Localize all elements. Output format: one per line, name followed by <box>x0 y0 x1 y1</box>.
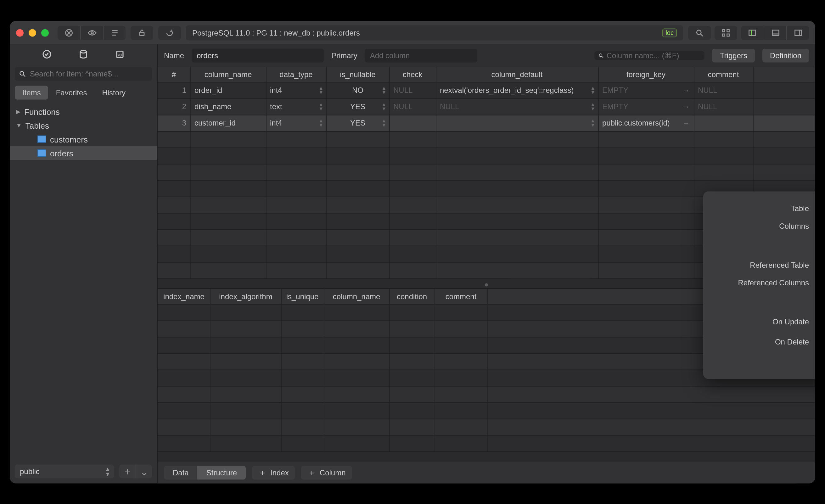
cancel-icon[interactable] <box>58 25 80 39</box>
primary-label: Primary <box>331 51 358 60</box>
add-column-button[interactable]: ＋Column <box>301 465 352 479</box>
svg-rect-2 <box>140 32 144 35</box>
svg-text:SQL: SQL <box>117 53 123 57</box>
svg-rect-5 <box>727 29 729 31</box>
seg-structure[interactable]: Structure <box>198 465 246 479</box>
table-row <box>158 147 815 164</box>
minimize-icon[interactable] <box>29 28 36 36</box>
arrow-right-icon[interactable]: → <box>683 86 690 94</box>
titlebar: PostgreSQL 11.0 : PG 11 : new_db : publi… <box>10 21 815 44</box>
table-row <box>158 164 815 180</box>
seg-data[interactable]: Data <box>164 465 198 479</box>
activity-icon[interactable] <box>42 49 52 62</box>
stepper-icon[interactable]: ▲▼ <box>381 118 386 127</box>
main-panel: Name Primary Triggers Definition <box>158 44 815 483</box>
arrow-right-icon[interactable]: → <box>683 102 690 110</box>
layout-2-icon[interactable] <box>764 25 786 39</box>
list-icon[interactable] <box>103 25 126 39</box>
svg-rect-8 <box>749 29 756 35</box>
reload-group <box>158 25 181 39</box>
tree-functions[interactable]: ▶Functions <box>10 104 157 118</box>
plus-icon: ＋ <box>258 466 267 478</box>
database-icon[interactable] <box>78 49 88 62</box>
sql-icon[interactable]: SQL <box>115 49 125 62</box>
layout-1-icon[interactable] <box>741 25 764 39</box>
path-text: PostgreSQL 11.0 : PG 11 : new_db : publi… <box>192 28 360 36</box>
table-row[interactable]: 2dish_nametext▲▼YES▲▼NULLNULL▲▼EMPTY→NUL… <box>158 98 815 115</box>
footbar: Data Structure ＋Index ＋Column <box>158 460 815 483</box>
table-row <box>158 402 815 418</box>
stepper-icon[interactable]: ▲▼ <box>381 86 386 94</box>
sidebar-footer: public ▲▼ ＋ ⌄ <box>10 459 157 483</box>
po-on-update-label: On Update <box>715 317 809 326</box>
view-segment: Data Structure <box>164 465 246 479</box>
po-ref-table-label: Referenced Table <box>715 261 809 269</box>
stepper-icon[interactable]: ▲▼ <box>590 102 595 111</box>
traffic-lights <box>16 28 49 36</box>
table-name-input[interactable] <box>192 49 324 62</box>
close-icon[interactable] <box>16 28 23 36</box>
table-row <box>158 418 815 435</box>
table-row <box>158 435 815 451</box>
tree-table-customers[interactable]: customers <box>10 132 157 146</box>
arrow-right-icon[interactable]: → <box>683 119 690 127</box>
grid-icon[interactable] <box>715 25 737 39</box>
stepper-icon[interactable]: ▲▼ <box>318 102 323 111</box>
tree-tables[interactable]: ▼Tables <box>10 118 157 132</box>
tab-history[interactable]: History <box>94 86 133 99</box>
stepper-icon[interactable]: ▲▼ <box>590 118 595 127</box>
stepper-icon[interactable]: ▲▼ <box>318 118 323 127</box>
lock-icon[interactable] <box>131 25 153 39</box>
chevron-right-icon: ▶ <box>16 108 20 115</box>
column-search[interactable] <box>595 51 705 60</box>
table-icon <box>38 135 46 143</box>
triggers-button[interactable]: Triggers <box>712 49 755 62</box>
tree-table-orders[interactable]: orders <box>10 146 157 160</box>
sidebar-search-input[interactable] <box>30 69 148 78</box>
svg-rect-9 <box>772 29 779 35</box>
po-ref-cols-label: Referenced Columns <box>715 278 809 287</box>
column-search-input[interactable] <box>607 51 701 60</box>
structure-header: Name Primary Triggers Definition <box>158 44 815 67</box>
eye-icon[interactable] <box>80 25 103 39</box>
search-icon[interactable] <box>688 25 711 39</box>
lock-group <box>131 25 153 39</box>
definition-button[interactable]: Definition <box>762 49 809 62</box>
name-label: Name <box>164 51 184 60</box>
svg-point-15 <box>20 71 24 75</box>
table-row[interactable]: 3customer_idint4▲▼YES▲▼▲▼public.customer… <box>158 115 815 131</box>
toolbar-group-1 <box>58 25 126 39</box>
svg-rect-6 <box>723 34 725 36</box>
columns-header-row: # column_name data_type is_nullable chec… <box>158 67 815 82</box>
updown-icon: ▲▼ <box>105 466 110 476</box>
connection-path[interactable]: PostgreSQL 11.0 : PG 11 : new_db : publi… <box>186 25 683 40</box>
svg-point-12 <box>80 50 86 53</box>
stepper-icon[interactable]: ▲▼ <box>381 102 386 111</box>
loc-badge: loc <box>662 28 677 37</box>
layout-3-icon[interactable] <box>786 25 809 39</box>
schema-select[interactable]: public ▲▼ <box>15 464 114 478</box>
table-row <box>158 386 815 402</box>
svg-rect-4 <box>723 29 725 31</box>
reload-icon[interactable] <box>158 25 181 39</box>
svg-point-3 <box>697 29 701 34</box>
primary-input[interactable] <box>365 49 477 62</box>
plus-icon[interactable]: ＋ <box>119 464 136 478</box>
plus-icon: ＋ <box>308 466 316 478</box>
chevron-down-icon[interactable]: ⌄ <box>136 464 152 478</box>
tab-favorites[interactable]: Favorites <box>49 86 95 99</box>
tab-items[interactable]: Items <box>15 86 49 99</box>
sidebar-search[interactable] <box>15 67 152 80</box>
add-index-button[interactable]: ＋Index <box>252 465 295 479</box>
table-icon <box>38 149 46 157</box>
maximize-icon[interactable] <box>41 28 49 36</box>
po-on-delete-label: On Delete <box>715 337 809 346</box>
po-columns-label: Columns <box>715 221 809 230</box>
stepper-icon[interactable]: ▲▼ <box>590 86 595 94</box>
chevron-down-icon: ▼ <box>16 122 22 128</box>
search-icon <box>598 52 604 59</box>
svg-point-16 <box>599 54 602 56</box>
stepper-icon[interactable]: ▲▼ <box>318 86 323 94</box>
table-row[interactable]: 1order_idint4▲▼NO▲▼NULLnextval('orders_o… <box>158 82 815 98</box>
foreign-key-popover: Table orders▲▼ Columns customer_id Refer… <box>703 191 815 379</box>
